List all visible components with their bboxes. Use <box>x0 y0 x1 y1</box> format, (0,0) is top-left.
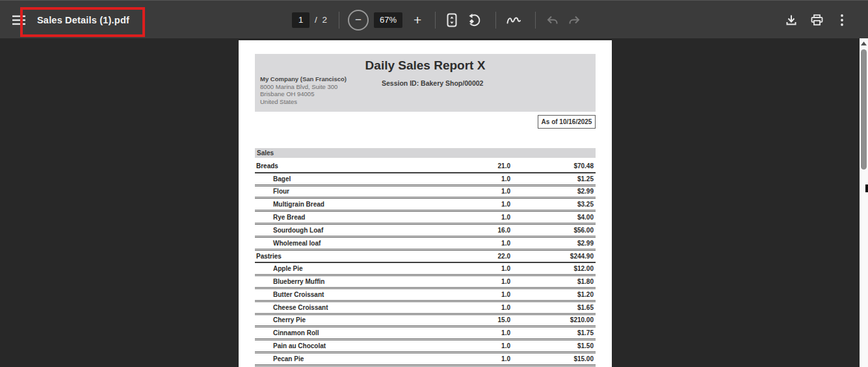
company-address-block: My Company (San Francisco) 8000 Marina B… <box>260 75 347 105</box>
item-row: Blueberry Muffin1.0$1.80 <box>255 276 596 289</box>
toolbar-left-group <box>0 1 30 39</box>
table-cell-qty: 21.0 <box>465 162 510 170</box>
table-cell-name: Cinnamon Roll <box>255 329 465 336</box>
fit-page-icon <box>447 13 457 27</box>
redo-button[interactable] <box>563 9 585 31</box>
report-header-box: Daily Sales Report X My Company (San Fra… <box>255 54 596 112</box>
table-cell-qty: 1.0 <box>465 355 510 362</box>
fit-to-page-button[interactable] <box>441 9 463 31</box>
scrollbar-up-button[interactable] <box>860 40 868 47</box>
pen-squiggle-icon <box>506 14 521 26</box>
table-cell-name: Wholemeal loaf <box>255 240 465 247</box>
table-cell-amount: $1.50 <box>510 342 596 349</box>
pdf-page-1: Daily Sales Report X My Company (San Fra… <box>239 40 612 367</box>
vertical-scrollbar[interactable] <box>860 38 868 367</box>
redo-icon <box>568 15 581 25</box>
table-cell-amount: $70.48 <box>510 162 596 170</box>
table-cell-name: Breads <box>255 162 465 170</box>
table-cell-amount: $15.00 <box>510 355 596 362</box>
table-cell-amount: $1.65 <box>510 304 596 311</box>
table-cell-qty: 1.0 <box>465 240 510 247</box>
session-id: Session ID: Bakery Shop/00002 <box>382 79 483 87</box>
zoom-out-button[interactable]: − <box>348 10 369 31</box>
menu-button[interactable] <box>8 9 30 31</box>
table-cell-qty: 1.0 <box>465 188 510 195</box>
toolbar-separator <box>535 12 536 29</box>
table-cell-name: Blueberry Muffin <box>255 278 465 285</box>
sales-table: Breads21.0$70.48Bagel1.0$1.25Flour1.0$2.… <box>255 160 596 366</box>
table-cell-qty: 22.0 <box>465 253 510 260</box>
kebab-menu-icon <box>841 14 843 26</box>
company-address-line: 8000 Marina Blvd, Suite 300 <box>260 83 347 91</box>
table-cell-amount: $3.25 <box>510 201 596 208</box>
pdf-viewer-toolbar: Sales Details (1).pdf / 2 − 67% + <box>0 0 868 38</box>
table-cell-amount: $244.90 <box>510 253 596 260</box>
rotate-button[interactable] <box>463 9 485 31</box>
table-cell-qty: 1.0 <box>465 291 510 298</box>
table-cell-name: Flour <box>255 188 465 195</box>
item-row: Apple Pie1.0$12.00 <box>255 263 596 276</box>
item-row: Sourdough Loaf16.0$56.00 <box>255 225 596 238</box>
table-cell-amount: $1.80 <box>510 278 596 285</box>
table-cell-qty: 1.0 <box>465 214 510 221</box>
table-cell-name: Bagel <box>255 175 465 183</box>
table-cell-name: Apple Pie <box>255 265 465 272</box>
table-cell-qty: 1.0 <box>465 342 510 349</box>
table-cell-name: Pastries <box>255 253 465 260</box>
zoom-level-display[interactable]: 67% <box>374 12 402 28</box>
table-cell-name: Rye Bread <box>255 214 465 221</box>
table-cell-name: Butter Croissant <box>255 291 465 298</box>
hamburger-icon <box>12 15 25 25</box>
pdf-viewer-canvas: Daily Sales Report X My Company (San Fra… <box>0 38 868 367</box>
item-row: Cherry Pie15.0$210.00 <box>255 315 596 328</box>
toolbar-separator <box>339 12 339 29</box>
table-cell-name: Pain au Chocolat <box>255 342 465 349</box>
more-options-button[interactable] <box>831 9 853 31</box>
table-cell-amount: $56.00 <box>510 227 596 234</box>
table-cell-amount: $1.75 <box>510 329 596 336</box>
toolbar-right-group <box>780 1 853 39</box>
sales-section-header: Sales <box>255 148 596 158</box>
table-cell-amount: $2.99 <box>510 188 596 195</box>
download-icon <box>785 14 797 26</box>
toolbar-separator <box>435 12 436 29</box>
sales-section-title: Sales <box>255 149 274 157</box>
undo-button[interactable] <box>541 9 563 31</box>
item-row: Pecan Pie1.0$15.00 <box>255 353 596 366</box>
table-cell-amount: $1.25 <box>510 175 596 183</box>
item-row: Cinnamon Roll1.0$1.75 <box>255 327 596 340</box>
table-cell-qty: 1.0 <box>465 201 510 208</box>
page-count-label: / 2 <box>315 15 328 25</box>
as-of-date-box: As of 10/16/2025 <box>538 115 596 129</box>
table-cell-amount: $4.00 <box>510 214 596 221</box>
page-total: 2 <box>322 15 329 25</box>
scrollbar-thumb[interactable] <box>861 49 867 170</box>
table-cell-name: Multigrain Bread <box>255 201 465 208</box>
toolbar-separator <box>495 12 496 29</box>
table-cell-amount: $2.99 <box>510 240 596 247</box>
item-row: Flour1.0$2.99 <box>255 186 596 199</box>
toolbar-center-group: / 2 − 67% + <box>288 1 585 39</box>
category-row: Breads21.0$70.48 <box>255 160 596 173</box>
category-row: Pastries22.0$244.90 <box>255 251 596 264</box>
company-address-line: Brisbane OH 94005 <box>260 90 347 98</box>
table-cell-qty: 16.0 <box>465 227 510 234</box>
item-row: Bagel1.0$1.25 <box>255 173 596 186</box>
scroll-up-arrow-icon <box>861 42 867 45</box>
print-icon <box>811 14 823 26</box>
item-row: Butter Croissant1.0$1.20 <box>255 289 596 302</box>
item-row: Rye Bread1.0$4.00 <box>255 212 596 225</box>
minus-icon: − <box>355 14 362 25</box>
table-cell-name: Cherry Pie <box>255 316 465 323</box>
page-number-input[interactable] <box>292 12 309 28</box>
undo-icon <box>546 15 559 25</box>
annotate-button[interactable] <box>503 9 525 31</box>
rotate-counterclockwise-icon <box>467 13 481 27</box>
company-address-line: United States <box>260 98 347 106</box>
print-button[interactable] <box>806 9 828 31</box>
zoom-in-button[interactable]: + <box>410 12 425 28</box>
table-cell-qty: 1.0 <box>465 278 510 285</box>
table-cell-qty: 1.0 <box>465 304 510 311</box>
page-separator: / <box>315 15 319 25</box>
download-button[interactable] <box>780 9 802 31</box>
